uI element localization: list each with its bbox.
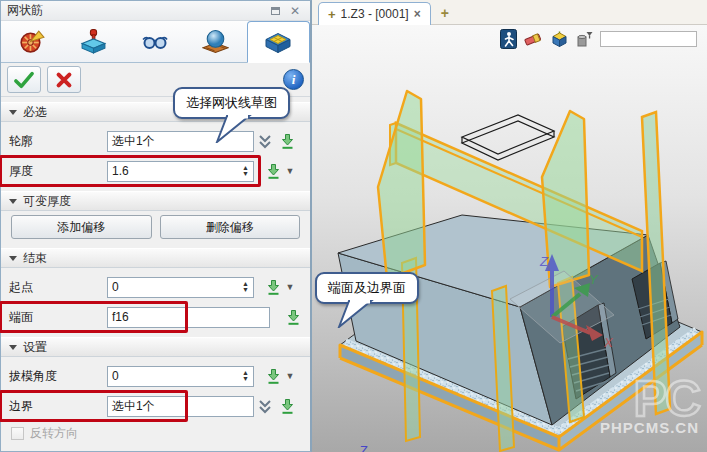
reverse-direction-checkbox[interactable] (11, 427, 24, 440)
tab-sphere[interactable] (185, 21, 246, 62)
start-label: 起点 (7, 279, 107, 296)
restore-icon[interactable] (266, 3, 284, 18)
tab-rib-box[interactable] (247, 21, 310, 63)
panel-title: 网状筋 (7, 2, 264, 19)
pick-draft-control[interactable] (262, 368, 284, 385)
model-canvas[interactable]: Z Y X 端面及边界面 PC PHPCMS.CN Z (312, 25, 707, 452)
axis-z-label: Z (539, 254, 549, 269)
check-icon (13, 71, 35, 89)
section-variable-thickness[interactable]: 可变厚度 (1, 191, 310, 211)
viewport: + 1.Z3 - [0001] × + (312, 0, 707, 452)
offset-buttons-row: 添加偏移 删除偏移 (1, 211, 310, 243)
start-value: 0 (112, 280, 119, 294)
draft-angle-spinner[interactable]: ▲▼ (239, 367, 252, 386)
draft-angle-input[interactable]: 0 ▲▼ (107, 366, 254, 387)
document-tab-title: 1.Z3 - [0001] (341, 7, 409, 21)
section-settings[interactable]: 设置 (1, 337, 310, 357)
section-settings-label: 设置 (23, 339, 47, 356)
panel-icon-tabs (1, 21, 310, 63)
stamp-icon (80, 28, 107, 55)
callout-tail (213, 115, 253, 143)
callout-tail (335, 300, 375, 328)
pick-boundary-control[interactable] (276, 398, 298, 415)
pick-thickness-control[interactable] (262, 163, 284, 180)
collapse-triangle-icon (9, 256, 17, 261)
info-icon[interactable]: i (283, 69, 304, 90)
cancel-button[interactable] (47, 66, 81, 93)
thickness-value: 1.6 (112, 164, 129, 178)
filter-icon[interactable] (576, 31, 593, 48)
axis-x-label: X (603, 335, 614, 350)
section-end[interactable]: 结束 (1, 248, 310, 268)
add-offset-button[interactable]: 添加偏移 (11, 215, 152, 239)
ok-button[interactable] (7, 66, 41, 93)
end-face-input[interactable]: f16 (107, 307, 270, 328)
collapse-triangle-icon (9, 199, 17, 204)
pick-start-control[interactable] (262, 279, 284, 296)
mesh-rib-panel: 网状筋 ✕ (0, 0, 312, 452)
section-end-label: 结束 (23, 250, 47, 267)
green-pick-arrow-icon (286, 309, 301, 326)
reverse-direction-label: 反转方向 (30, 425, 78, 442)
boundary-value: 选中1个 (112, 398, 155, 415)
close-icon[interactable]: ✕ (286, 3, 304, 18)
boundary-input[interactable]: 选中1个 (107, 396, 254, 417)
rib-box-icon (264, 29, 292, 56)
callout-select-sketch-text: 选择网状线草图 (186, 95, 277, 110)
draft-angle-label: 拔模角度 (7, 368, 107, 385)
expand-list-control[interactable] (254, 134, 276, 149)
tab-glasses[interactable] (124, 21, 185, 62)
green-pick-arrow-icon (280, 398, 295, 415)
collapse-triangle-icon (9, 345, 17, 350)
tab-wheel[interactable] (1, 21, 62, 62)
tab-close-icon[interactable]: × (414, 7, 421, 21)
profile-value: 选中1个 (112, 133, 155, 150)
callout-end-face-text: 端面及边界面 (328, 280, 406, 295)
start-input[interactable]: 0 ▲▼ (107, 277, 254, 298)
axis-y-label: Y (589, 272, 599, 287)
end-face-label: 端面 (7, 309, 107, 326)
remove-offset-button[interactable]: 删除偏移 (160, 215, 301, 239)
green-pick-arrow-icon (266, 279, 281, 296)
start-row: 起点 0 ▲▼ ▼ (1, 272, 310, 302)
wheel-icon (18, 28, 45, 55)
document-tab[interactable]: + 1.Z3 - [0001] × (318, 2, 431, 25)
reverse-direction-row: 反转方向 (1, 421, 310, 445)
profile-row: 轮廓 选中1个 (1, 126, 310, 156)
section-required-label: 必选 (23, 104, 47, 121)
document-tabbar: + 1.Z3 - [0001] × + (312, 0, 707, 25)
start-dropdown-caret[interactable]: ▼ (284, 282, 296, 292)
draft-angle-value: 0 (112, 369, 119, 383)
double-chevron-down-icon (258, 399, 272, 414)
expand-boundary-control[interactable] (254, 399, 276, 414)
tab-plus-icon: + (328, 7, 336, 22)
thickness-input[interactable]: 1.6 ▲▼ (107, 161, 254, 182)
boundary-label: 边界 (7, 398, 107, 415)
sketch-wireframe-rect (462, 115, 554, 160)
green-pick-arrow-icon (266, 368, 281, 385)
callout-end-face: 端面及边界面 (315, 272, 419, 304)
draft-dropdown-caret[interactable]: ▼ (284, 371, 296, 381)
thickness-dropdown-caret[interactable]: ▼ (284, 166, 296, 176)
pick-end-face-control[interactable] (282, 309, 304, 326)
start-spinner[interactable]: ▲▼ (239, 278, 252, 297)
viewport-toolbar (500, 29, 697, 49)
pick-profile-control[interactable] (276, 133, 298, 150)
double-chevron-down-icon (258, 134, 272, 149)
exit-person-icon[interactable] (500, 29, 517, 49)
end-face-value: f16 (112, 310, 129, 324)
collapse-triangle-icon (9, 110, 17, 115)
draft-angle-row: 拔模角度 0 ▲▼ ▼ (1, 361, 310, 391)
tab-stamp[interactable] (62, 21, 123, 62)
cube-icon[interactable] (550, 31, 569, 48)
thickness-spinner[interactable]: ▲▼ (239, 162, 252, 181)
viewport-search-input[interactable] (600, 31, 697, 47)
new-tab-button[interactable]: + (441, 5, 449, 24)
panel-titlebar: 网状筋 ✕ (1, 1, 310, 21)
section-variable-label: 可变厚度 (23, 193, 71, 210)
app-window: { "colors": { "highlight_red": "#c00514"… (0, 0, 707, 452)
eraser-icon[interactable] (524, 31, 543, 47)
glasses-icon (141, 28, 169, 55)
world-axis-z-label: Z (360, 443, 368, 452)
thickness-row: 厚度 1.6 ▲▼ ▼ (1, 156, 310, 186)
